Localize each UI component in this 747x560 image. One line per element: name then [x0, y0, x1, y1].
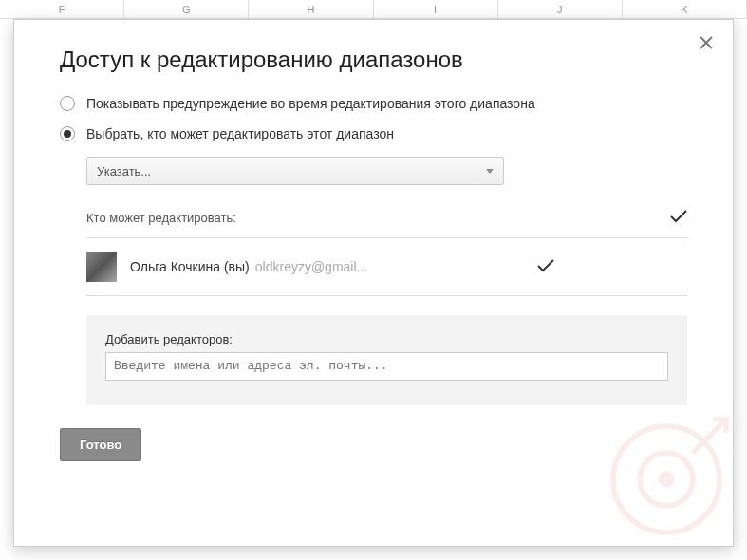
avatar	[86, 252, 117, 282]
dialog-title: Доступ к редактированию диапазонов	[60, 47, 687, 73]
col-header: H	[249, 0, 373, 18]
editor-checkbox[interactable]	[537, 257, 554, 277]
spreadsheet-column-headers: F G H I J K	[0, 0, 747, 19]
editor-name: Ольга Кочкина (вы)	[130, 259, 250, 274]
add-editors-input[interactable]	[105, 352, 668, 381]
option-label: Показывать предупреждение во время редак…	[86, 96, 535, 111]
col-header: F	[0, 0, 124, 18]
editor-row: Ольга Кочкина (вы) oldkreyzy@gmail...	[86, 252, 687, 296]
svg-point-1	[640, 453, 693, 506]
select-label: Указать...	[97, 164, 151, 178]
restriction-select[interactable]: Указать...	[86, 157, 504, 185]
range-permissions-dialog: Доступ к редактированию диапазонов Показ…	[13, 19, 734, 547]
close-icon[interactable]	[699, 35, 714, 55]
who-can-edit-header: Кто может редактировать:	[86, 208, 687, 238]
watermark-icon	[600, 413, 733, 546]
option-show-warning[interactable]: Показывать предупреждение во время редак…	[60, 96, 687, 111]
col-header: J	[498, 0, 623, 18]
svg-point-0	[613, 426, 719, 532]
add-editors-label: Добавить редакторов:	[105, 332, 668, 346]
radio-checked-icon	[60, 126, 75, 141]
radio-unchecked-icon	[60, 96, 75, 111]
col-header: G	[124, 0, 249, 18]
done-button[interactable]: Готово	[60, 428, 141, 461]
chevron-down-icon	[486, 169, 494, 174]
option-choose-editors[interactable]: Выбрать, кто может редактировать этот ди…	[60, 126, 687, 141]
svg-point-2	[659, 472, 675, 488]
col-header: K	[623, 0, 747, 18]
option-label: Выбрать, кто может редактировать этот ди…	[86, 126, 394, 141]
check-all-icon[interactable]	[670, 208, 687, 228]
add-editors-section: Добавить редакторов:	[86, 315, 687, 405]
editor-email: oldkreyzy@gmail...	[255, 259, 367, 274]
who-can-edit-label: Кто может редактировать:	[86, 211, 236, 225]
col-header: I	[374, 0, 498, 18]
